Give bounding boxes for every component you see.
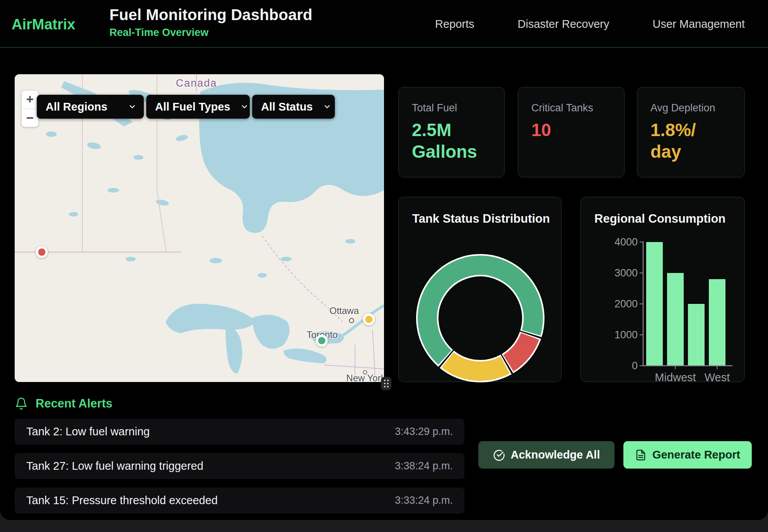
brand-logo: AirMatrix (12, 16, 75, 33)
map-marker-normal[interactable] (316, 335, 328, 347)
status-filter-dropdown[interactable]: All Status (252, 95, 335, 119)
regional-consumption-bar-chart: 01000200030004000MidwestWest (581, 236, 745, 382)
donut-chart-title: Tank Status Distribution (412, 212, 550, 226)
map-label-ottawa: Ottawa (329, 305, 359, 316)
generate-report-label: Generate Report (652, 448, 740, 461)
fuel-type-filter-dropdown[interactable]: All Fuel Types (146, 95, 250, 119)
stat-label: Avg Depletion (650, 102, 715, 114)
bar-chart-title: Regional Consumption (594, 212, 725, 226)
bell-icon (15, 397, 28, 410)
check-circle-icon (493, 449, 505, 461)
chevron-down-icon (323, 102, 331, 111)
stat-card-critical-tanks: Critical Tanks 10 (518, 87, 625, 177)
header: AirMatrix Fuel Monitoring Dashboard Real… (0, 0, 768, 48)
stat-label: Critical Tanks (531, 102, 593, 114)
map-marker-critical[interactable] (36, 246, 48, 258)
map-filter-bar: All Regions All Fuel Types All Status (37, 95, 335, 119)
main-nav: Reports Disaster Recovery User Managemen… (435, 0, 745, 48)
svg-text:0: 0 (632, 360, 638, 372)
generate-report-button[interactable]: Generate Report (623, 441, 752, 469)
map-zoom-control: + − (21, 90, 39, 127)
zoom-out-button[interactable]: − (22, 109, 38, 127)
stat-value-critical-tanks: 10 (531, 119, 551, 141)
svg-text:Midwest: Midwest (655, 371, 696, 382)
svg-text:4000: 4000 (614, 236, 638, 248)
svg-text:1000: 1000 (614, 329, 638, 341)
alert-message: Tank 15: Pressure threshold exceeded (26, 494, 218, 507)
alert-row: Tank 15: Pressure threshold exceeded 3:3… (15, 488, 464, 513)
status-filter-value: All Status (261, 101, 313, 113)
nav-item-reports[interactable]: Reports (435, 18, 474, 31)
svg-text:3000: 3000 (614, 267, 638, 279)
alert-row: Tank 2: Low fuel warning 3:43:29 p.m. (15, 419, 464, 445)
tank-status-donut-chart (399, 236, 562, 382)
alerts-title: Recent Alerts (36, 397, 113, 411)
main-panel: AirMatrix Fuel Monitoring Dashboard Real… (0, 0, 768, 520)
svg-text:West: West (705, 371, 730, 382)
region-filter-value: All Regions (46, 101, 108, 113)
fuel-monitoring-dashboard: AirMatrix Fuel Monitoring Dashboard Real… (0, 0, 768, 532)
regional-consumption-card: Regional Consumption 01000200030004000Mi… (580, 197, 745, 382)
acknowledge-all-button[interactable]: Acknowledge All (478, 441, 614, 469)
acknowledge-all-label: Acknowledge All (511, 448, 600, 461)
map-resize-grip-icon[interactable] (381, 377, 391, 390)
alert-message: Tank 2: Low fuel warning (26, 425, 150, 438)
tank-status-card: Tank Status Distribution (398, 197, 561, 382)
region-filter-dropdown[interactable]: All Regions (37, 95, 144, 119)
stat-card-avg-depletion: Avg Depletion 1.8%/ day (637, 87, 745, 177)
alert-timestamp: 3:43:29 p.m. (395, 426, 453, 438)
nav-item-user-management[interactable]: User Management (652, 18, 745, 31)
alerts-heading: Recent Alerts (15, 397, 113, 411)
svg-text:2000: 2000 (614, 298, 638, 310)
page-subtitle: Real-Time Overview (109, 27, 312, 39)
fuel-type-filter-value: All Fuel Types (155, 101, 230, 113)
zoom-in-button[interactable]: + (22, 90, 38, 109)
nav-item-disaster-recovery[interactable]: Disaster Recovery (518, 18, 609, 31)
stat-value-total-fuel: 2.5M Gallons (412, 119, 477, 162)
stat-value-avg-depletion: 1.8%/ day (650, 119, 696, 162)
fuel-map[interactable]: Canada OttawaTorontoNew York + − All Reg… (15, 74, 384, 382)
alert-message: Tank 27: Low fuel warning triggered (26, 460, 203, 472)
chevron-down-icon (128, 102, 137, 111)
document-icon (635, 449, 647, 461)
stat-card-total-fuel: Total Fuel 2.5M Gallons (398, 87, 505, 177)
page-title: Fuel Monitoring Dashboard (109, 6, 312, 24)
title-block: Fuel Monitoring Dashboard Real-Time Over… (109, 6, 312, 39)
map-marker-warning[interactable] (363, 314, 375, 326)
map-label-canada: Canada (176, 77, 217, 89)
alert-row: Tank 27: Low fuel warning triggered 3:38… (15, 453, 464, 479)
alert-timestamp: 3:38:24 p.m. (395, 460, 453, 472)
alert-timestamp: 3:33:24 p.m. (395, 494, 453, 506)
chevron-down-icon (240, 102, 249, 111)
stat-label: Total Fuel (412, 102, 457, 114)
map-label-new-york: New York (346, 373, 384, 382)
